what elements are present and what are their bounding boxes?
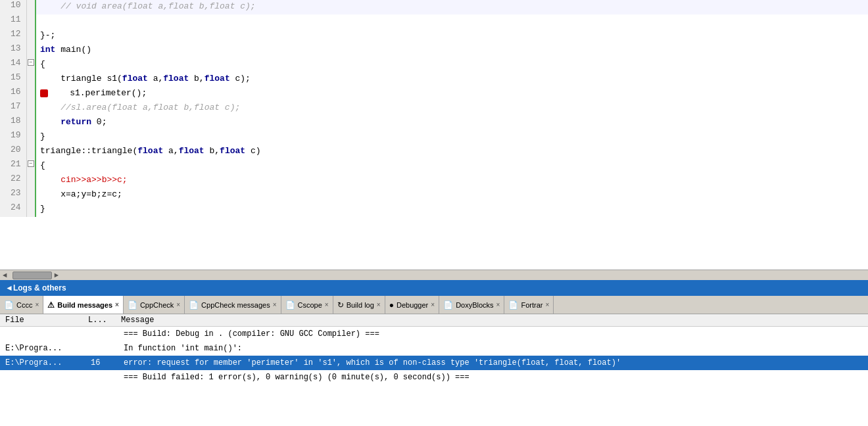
tab-label-debugger: Debugger (397, 301, 428, 309)
tab-icon-cppcheck-messages: 📄 (189, 300, 199, 310)
token-plain: b, (189, 74, 204, 83)
tab-cscope[interactable]: 📄Cscope× (281, 296, 333, 314)
tab-icon-cppcheck: 📄 (128, 300, 137, 310)
tab-label-cccc: Cccc (16, 301, 32, 309)
tab-close-cccc[interactable]: × (35, 301, 39, 308)
code-line-15: 15 triangle s1(float a,float b,float c); (0, 72, 868, 87)
code-line-18: 18 return 0; (0, 116, 868, 130)
tab-icon-debugger: ● (389, 300, 394, 310)
tab-fortran[interactable]: 📄Fortrar× (504, 296, 554, 314)
fold-indicator (26, 101, 36, 116)
log-row-1[interactable]: E:\Progra...In function 'int main()': (0, 341, 868, 356)
tab-icon-build-messages: ⚠ (47, 300, 55, 310)
log-row-2[interactable]: E:\Progra...16error: request for member … (0, 356, 868, 370)
tab-close-build-log[interactable]: × (377, 301, 381, 308)
tab-cppcheck-messages[interactable]: 📄CppCheck messages× (185, 296, 281, 314)
horizontal-scrollbar[interactable]: ◄ ► (0, 270, 868, 280)
line-number: 19 (0, 130, 26, 145)
code-content[interactable]: { (36, 159, 868, 174)
tab-icon-cccc: 📄 (4, 300, 14, 310)
log-line-1 (85, 347, 118, 350)
line-number: 23 (0, 188, 26, 202)
code-content[interactable]: //sl.area(float a,float b,float c); (36, 101, 868, 116)
token-plain: triangle::triangle( (40, 146, 137, 156)
token-comment: //sl.area(float a,float b,float c); (40, 103, 240, 112)
logs-section: ◄ Logs & others 📄Cccc×⚠Build messages×📄C… (0, 280, 868, 410)
fold-indicator (26, 130, 36, 145)
token-plain: b, (205, 146, 220, 156)
code-content[interactable]: triangle::triangle(float a,float b,float… (36, 145, 868, 159)
tab-label-cscope: Cscope (298, 301, 322, 309)
tab-build-log[interactable]: ↻Build log× (333, 296, 385, 314)
token-plain: a, (148, 74, 163, 83)
code-content[interactable]: } (36, 130, 868, 145)
token-kw: int (40, 45, 55, 55)
tab-close-fortran[interactable]: × (545, 301, 549, 308)
log-row-3[interactable]: === Build failed: 1 error(s), 0 warning(… (0, 370, 868, 385)
tabs-bar: 📄Cccc×⚠Build messages×📄CppCheck×📄CppChec… (0, 296, 868, 314)
log-row-0[interactable]: === Build: Debug in . (compiler: GNU GCC… (0, 327, 868, 341)
fold-indicator[interactable]: − (26, 159, 36, 174)
token-plain: triangle s1( (40, 74, 122, 83)
tab-label-cppcheck-messages: CppCheck messages (201, 301, 270, 309)
fold-indicator (26, 29, 36, 43)
token-plain: s1.perimeter(); (49, 88, 147, 98)
line-number: 16 (0, 87, 26, 101)
token-kw: float (205, 74, 230, 83)
fold-indicator[interactable]: − (26, 58, 36, 72)
scrollbar-thumb[interactable] (12, 272, 52, 279)
breakpoint-marker[interactable] (40, 89, 48, 97)
code-content[interactable]: return 0; (36, 116, 868, 130)
code-content[interactable]: x=a;y=b;z=c; (36, 188, 868, 202)
token-plain: main() (55, 45, 91, 55)
code-content[interactable]: }-; (36, 29, 868, 43)
code-line-22: 22 cin>>a>>b>>c; (0, 174, 868, 188)
scroll-left-arrow[interactable]: ◄ (0, 272, 10, 279)
tab-debugger[interactable]: ●Debugger× (385, 296, 439, 314)
tab-build-messages[interactable]: ⚠Build messages× (43, 296, 124, 314)
code-content[interactable]: int main() (36, 43, 868, 58)
tab-close-doxyblocks[interactable]: × (496, 301, 500, 308)
logs-nav-arrow[interactable]: ◄ (5, 283, 13, 293)
tab-close-cppcheck[interactable]: × (176, 301, 180, 308)
code-line-16: 16 s1.perimeter(); (0, 87, 868, 101)
col-msg-header: Message (118, 316, 868, 325)
fold-indicator (26, 145, 36, 159)
token-plain (40, 175, 60, 185)
token-plain: } (40, 204, 45, 214)
scroll-right-arrow[interactable]: ► (52, 272, 62, 279)
token-op: cin>>a>>b>>c; (60, 175, 127, 185)
tab-close-cppcheck-messages[interactable]: × (273, 301, 277, 308)
logs-header-label: Logs & others (13, 283, 66, 293)
code-line-23: 23 x=a;y=b;z=c; (0, 188, 868, 202)
code-content[interactable]: { (36, 58, 868, 72)
fold-box[interactable]: − (28, 160, 34, 167)
fold-indicator (26, 174, 36, 188)
code-content[interactable] (36, 14, 868, 29)
fold-box[interactable]: − (28, 59, 34, 66)
log-file-1: E:\Progra... (0, 343, 85, 354)
code-line-10: 10 // void area(float a,float b,float c)… (0, 0, 868, 14)
code-content[interactable]: } (36, 202, 868, 217)
tab-label-cppcheck: CppCheck (140, 301, 174, 309)
tab-doxyblocks[interactable]: 📄DoxyBlocks× (439, 296, 504, 314)
line-number: 10 (0, 0, 26, 14)
tab-close-debugger[interactable]: × (431, 301, 435, 308)
log-message-2: error: request for member 'perimeter' in… (118, 357, 868, 369)
fold-indicator (26, 0, 36, 14)
code-content[interactable]: // void area(float a,float b,float c); (36, 0, 868, 14)
tab-cccc[interactable]: 📄Cccc× (0, 296, 43, 314)
tab-cppcheck[interactable]: 📄CppCheck× (124, 296, 185, 314)
token-plain: x=a;y=b;z=c; (40, 189, 122, 199)
code-content[interactable]: cin>>a>>b>>c; (36, 174, 868, 188)
code-line-13: 13int main() (0, 43, 868, 58)
tab-close-cscope[interactable]: × (325, 301, 329, 308)
token-plain: a, (163, 146, 178, 156)
token-kw: float (137, 146, 163, 156)
log-line-0 (85, 333, 118, 335)
tab-close-build-messages[interactable]: × (115, 301, 119, 308)
line-number: 20 (0, 145, 26, 159)
fold-indicator (26, 14, 36, 29)
code-content[interactable]: s1.perimeter(); (36, 87, 868, 101)
code-content[interactable]: triangle s1(float a,float b,float c); (36, 72, 868, 87)
